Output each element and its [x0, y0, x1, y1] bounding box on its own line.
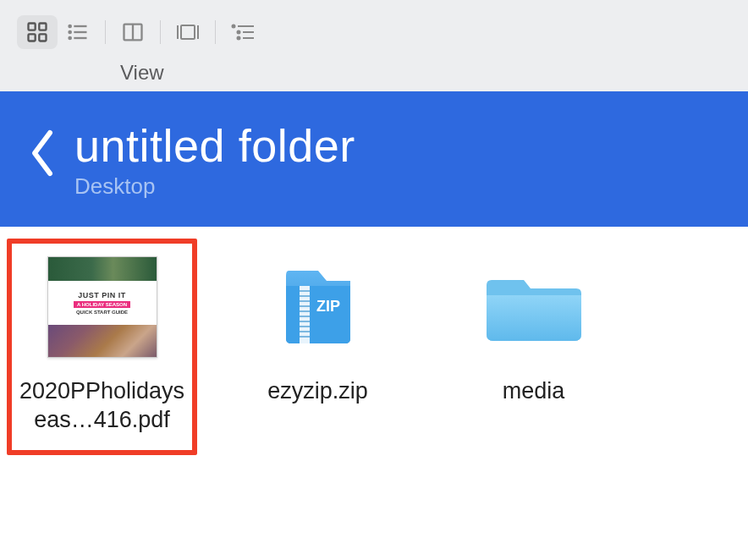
file-thumbnail: JUST PIN IT A HOLIDAY SEASON QUICK START… [47, 252, 157, 362]
toolbar-divider [160, 20, 161, 44]
file-thumbnail: ZIP [263, 252, 373, 362]
folder-title: untitled folder [74, 119, 355, 172]
toolbar-divider [105, 20, 106, 44]
header-text: untitled folder Desktop [74, 119, 355, 200]
svg-rect-13 [181, 25, 195, 39]
svg-rect-0 [29, 24, 36, 30]
column-view-button[interactable] [113, 15, 153, 49]
file-name-label: ezyzip.zip [267, 377, 368, 406]
hierarchy-list-icon [230, 22, 256, 42]
view-label: View [120, 61, 731, 85]
group-view-button[interactable] [223, 15, 263, 49]
folder-icon [483, 265, 585, 349]
grid-icon [25, 20, 49, 44]
file-item-pdf[interactable]: JUST PIN IT A HOLIDAY SEASON QUICK START… [7, 239, 197, 455]
pdf-thumbnail-icon: JUST PIN IT A HOLIDAY SEASON QUICK START… [47, 256, 157, 358]
svg-point-8 [69, 31, 71, 33]
icon-view-button[interactable] [17, 15, 58, 49]
svg-point-9 [69, 37, 71, 39]
svg-rect-3 [39, 34, 46, 41]
toolbar: View [0, 0, 748, 91]
view-mode-switcher [17, 15, 731, 49]
zip-file-icon: ZIP [276, 261, 360, 354]
svg-point-7 [69, 25, 71, 27]
svg-rect-2 [29, 34, 36, 41]
file-name-label: 2020PPholidayseas…416.pdf [16, 377, 188, 435]
svg-point-17 [238, 31, 240, 34]
svg-point-19 [238, 37, 240, 40]
file-item-zip[interactable]: ZIP ezyzip.zip [223, 239, 413, 455]
chevron-left-icon [25, 128, 59, 178]
file-item-folder[interactable]: media [438, 239, 629, 455]
parent-location[interactable]: Desktop [74, 173, 355, 200]
file-grid: JUST PIN IT A HOLIDAY SEASON QUICK START… [0, 227, 748, 467]
file-name-label: media [503, 377, 565, 406]
svg-point-15 [233, 25, 235, 28]
svg-rect-21 [300, 286, 310, 343]
back-button[interactable] [25, 128, 59, 182]
columns-icon [121, 20, 145, 44]
svg-text:ZIP: ZIP [316, 298, 339, 315]
list-view-button[interactable] [58, 15, 98, 49]
list-icon [66, 20, 90, 44]
location-header: untitled folder Desktop [0, 91, 748, 227]
toolbar-divider [215, 20, 216, 44]
file-thumbnail [479, 252, 589, 362]
thumb-text: JUST PIN IT [78, 291, 126, 299]
svg-rect-1 [39, 24, 46, 30]
gallery-view-button[interactable] [168, 15, 208, 49]
thumb-text: QUICK START GUIDE [76, 310, 128, 315]
gallery-icon [175, 23, 201, 41]
thumb-text: A HOLIDAY SEASON [74, 301, 130, 308]
